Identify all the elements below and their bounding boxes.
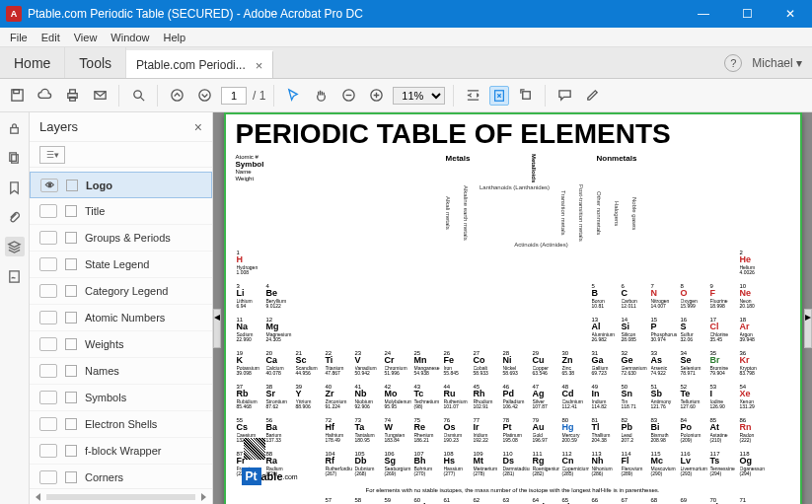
fit-width-icon[interactable] [462,85,483,107]
layer-row[interactable]: Weights [30,331,212,358]
maximize-button[interactable]: ☐ [725,0,769,28]
layer-icon [65,365,77,377]
comment-icon[interactable] [554,85,575,107]
search-icon[interactable] [127,85,149,107]
print-icon[interactable] [61,85,83,107]
visibility-toggle[interactable] [39,257,57,271]
element-cell: 24CrChromium51.996 [384,350,412,383]
element-cell: 46PdPalladium106.42 [502,384,531,416]
menu-window[interactable]: Window [105,30,155,45]
nav-tools[interactable]: Tools [65,47,126,78]
element-cell: 51SbAntimony121.76 [650,384,679,416]
element-cell: 47AgSilver107.87 [532,384,560,416]
visibility-toggle[interactable] [39,417,57,431]
page-up-icon[interactable] [166,85,187,107]
menu-view[interactable]: View [68,30,104,45]
left-collapse-handle[interactable]: ◂ [213,309,221,348]
left-rail [0,112,30,504]
mail-icon[interactable] [89,85,111,107]
element-cell: 48CdCadmium112.41 [561,384,590,416]
element-cell: 80HgMercury200.59 [561,417,590,450]
scrollbar[interactable] [46,494,195,500]
layer-label: Atomic Numbers [85,312,165,324]
help-button[interactable]: ? [724,54,742,72]
layer-row[interactable]: State Legend [30,252,212,278]
layer-icon [65,471,77,483]
visibility-toggle[interactable] [39,391,57,404]
rail-thumbnails-icon[interactable] [5,148,25,168]
rail-lock-icon[interactable] [5,118,25,138]
rail-attachment-icon[interactable] [5,207,25,227]
page-down-icon[interactable] [193,85,215,107]
element-cell: 114FlFlerovium(289) [621,451,649,483]
close-panel-icon[interactable]: × [194,119,202,135]
layer-icon [65,232,77,244]
layer-row[interactable]: Category Legend [30,278,212,305]
scroll-left-icon[interactable] [36,493,40,501]
visibility-toggle[interactable] [39,364,57,378]
layer-row[interactable]: Groups & Periods [30,225,212,252]
rail-layers-icon[interactable] [5,237,25,256]
layer-row[interactable]: Symbols [30,385,212,411]
visibility-toggle[interactable] [39,470,57,484]
layers-list[interactable]: LogoTitleGroups & PeriodsState LegendCat… [30,168,212,488]
visibility-toggle[interactable] [39,284,57,298]
visibility-toggle[interactable] [39,204,57,218]
close-tab-icon[interactable]: × [256,58,263,73]
highlight-icon[interactable] [581,85,603,107]
visibility-toggle[interactable] [39,231,57,245]
hand-icon[interactable] [310,85,332,107]
layer-row[interactable]: f-block Wrapper [30,438,212,465]
zoom-out-icon[interactable] [337,85,359,107]
visibility-toggle[interactable] [39,444,57,458]
element-cell: 105DbDubnium(268) [354,451,383,483]
visibility-toggle[interactable] [39,337,57,351]
zoom-select[interactable]: 11% [393,87,445,105]
rotate-icon[interactable] [515,85,537,107]
rail-bookmark-icon[interactable] [5,178,25,197]
element-cell: 21ScScandium44.956 [295,350,324,383]
fit-page-icon[interactable] [489,86,509,106]
page-number-input[interactable] [221,87,247,105]
element-cell: 82PbLead207.2 [621,417,649,450]
layer-row[interactable]: Logo [30,172,212,198]
layer-row[interactable]: Electron Shells [30,411,212,438]
visibility-toggle[interactable] [40,179,58,192]
layer-label: Category Legend [85,285,168,297]
layer-row[interactable]: Corners [30,465,212,488]
pointer-icon[interactable] [282,85,304,107]
element-cell: 71LuLutetium174.97 [739,497,768,504]
element-cell: 10NeNeon20.180 [739,283,768,316]
layer-label: Electron Shells [85,418,157,430]
document-tab[interactable]: Ptable.com Periodi... × [126,50,273,78]
element-cell: 49InIndium114.82 [591,384,620,416]
layer-row[interactable]: Title [30,198,212,225]
cloud-icon[interactable] [34,85,55,107]
visibility-toggle[interactable] [39,311,57,324]
layers-options-dropdown[interactable]: ☰▾ [39,146,65,164]
element-cell: 6CCarbon12.011 [621,283,649,316]
layer-row[interactable]: Atomic Numbers [30,305,212,331]
menu-help[interactable]: Help [157,30,191,45]
menu-file[interactable]: File [4,30,34,45]
close-window-button[interactable]: ✕ [769,0,812,28]
rail-signatures-icon[interactable] [5,266,25,286]
app-icon: A [6,6,22,22]
save-icon[interactable] [6,85,28,107]
document-area[interactable]: ◂ PERIODIC TABLE OF ELEMENTS Atomic # Sy… [213,112,812,504]
minimize-button[interactable]: — [682,0,725,28]
element-cell: 108HsHassium(277) [443,451,472,483]
layer-label: Names [85,365,119,377]
layer-row[interactable]: Names [30,358,212,385]
menu-edit[interactable]: Edit [36,30,66,45]
layer-icon [66,180,78,191]
element-cell: 22TiTitanium47.867 [325,350,353,383]
user-menu[interactable]: Michael ▾ [752,56,802,70]
element-cell: 16SSulfur32.06 [680,317,708,349]
scroll-right-icon[interactable] [201,493,206,501]
element-cell: 116LvLivermorium(293) [680,451,708,483]
element-cell: 112CnCopernicium(285) [561,451,590,483]
nav-home[interactable]: Home [0,47,65,78]
zoom-in-icon[interactable] [365,85,387,107]
right-collapse-handle[interactable]: ▸ [804,309,812,348]
